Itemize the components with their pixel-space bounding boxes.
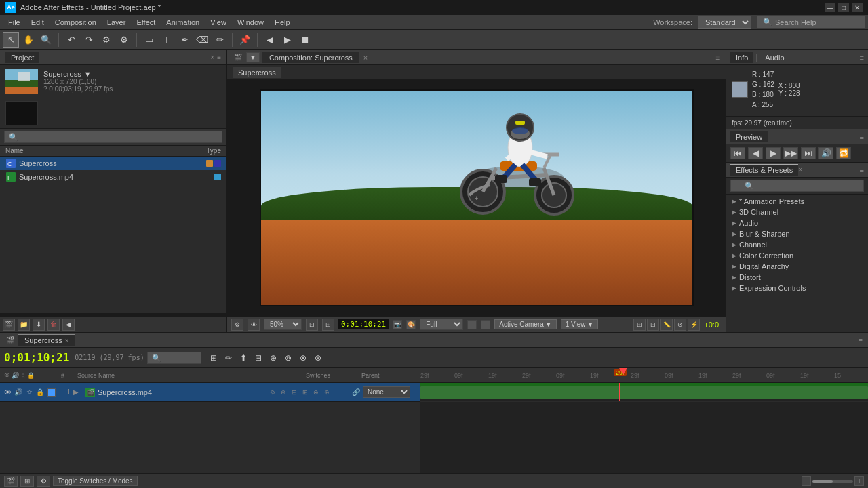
import-button[interactable]: ⬇ xyxy=(33,319,45,331)
effects-category-color[interactable]: ▶ Color Correction xyxy=(726,250,868,261)
comp-viewer-options[interactable]: ▼ xyxy=(246,52,260,62)
effects-panel-menu[interactable]: ≡ xyxy=(860,166,864,174)
loop-btn[interactable]: ▶ xyxy=(279,32,296,48)
resolution-select[interactable]: Full Half Quarter xyxy=(420,319,463,330)
draft-3d-btn[interactable] xyxy=(467,320,477,329)
rulers-btn[interactable]: 📏 xyxy=(660,319,673,331)
effects-category-distort[interactable]: ▶ Distort xyxy=(726,272,868,283)
motion-blur-switch[interactable]: ⊚ xyxy=(268,388,277,397)
project-tab[interactable]: Project xyxy=(5,52,39,63)
comp-tab[interactable]: Composition: Supercross xyxy=(262,52,359,63)
comp-tab-close[interactable]: × xyxy=(363,54,372,62)
menu-edit[interactable]: Edit xyxy=(26,17,50,28)
effects-category-animation[interactable]: ▶ * Animation Presets xyxy=(726,196,868,207)
delete-button[interactable]: 🗑 xyxy=(47,319,60,331)
effects-category-digital[interactable]: ▶ Digital Anarchy xyxy=(726,261,868,272)
frame-blend-switch[interactable]: ⊟ xyxy=(290,388,299,397)
preview-tab[interactable]: Preview xyxy=(730,131,768,142)
new-comp-button[interactable]: 🎬 xyxy=(3,319,15,331)
grid-btn[interactable]: ⊟ xyxy=(647,319,659,331)
redo-btn[interactable]: ↷ xyxy=(81,32,97,48)
parent-select[interactable]: None xyxy=(363,386,410,398)
select-tool[interactable]: ↖ xyxy=(3,32,19,48)
effects-switch[interactable]: ⊕ xyxy=(279,388,288,397)
timeline-tab-close[interactable]: × xyxy=(65,337,69,344)
zoom-out-btn[interactable]: − xyxy=(802,476,811,486)
layer-track-bar[interactable] xyxy=(420,386,868,399)
effects-tab[interactable]: Effects & Presets xyxy=(730,164,798,176)
timeline-panel-menu[interactable]: ≡ xyxy=(859,336,863,344)
effects-category-3d[interactable]: ▶ 3D Channel xyxy=(726,207,868,218)
play-btn[interactable]: ▶ xyxy=(766,147,781,159)
live-update-btn[interactable]: ⚡ xyxy=(688,319,700,331)
comp-breadcrumb-tab[interactable]: Supercross xyxy=(233,67,281,78)
puppet-pin[interactable]: 📌 xyxy=(237,32,253,48)
first-frame-btn[interactable]: ⏮ xyxy=(730,147,745,159)
comp-panel-menu[interactable]: ≡ xyxy=(715,53,720,62)
menu-composition[interactable]: Composition xyxy=(50,17,102,28)
view-layout-select[interactable]: 1 View ▼ xyxy=(561,319,599,329)
fit-comp-btn[interactable]: ⊡ xyxy=(306,319,318,331)
menu-help[interactable]: Help xyxy=(269,17,296,28)
rect-tool[interactable]: ▭ xyxy=(141,32,157,48)
active-camera-select[interactable]: Active Camera ▼ xyxy=(494,319,556,329)
play-audio-btn[interactable]: ◀ xyxy=(262,32,278,48)
tl-frames-btn[interactable]: ⊟ xyxy=(252,351,265,365)
tl-new-layer-btn[interactable]: ⊞ xyxy=(207,351,220,365)
loop-toggle-btn[interactable]: 🔁 xyxy=(836,147,851,159)
menu-effect[interactable]: Effect xyxy=(131,17,161,28)
project-search-input[interactable] xyxy=(4,131,222,143)
hand-tool[interactable]: ✋ xyxy=(20,32,37,48)
menu-view[interactable]: View xyxy=(205,17,232,28)
info-tab[interactable]: Info xyxy=(730,52,753,63)
timeline-layer-row[interactable]: 👁 🔊 ☆ 🔒 1 ▶ 🎬 Supercross.mp4 ⊚ ⊕ ⊟ ⊞ xyxy=(0,383,420,402)
camera-icon-btn[interactable]: 📷 xyxy=(393,320,402,329)
text-tool[interactable]: T xyxy=(159,32,175,48)
toggle-switches-modes[interactable]: Toggle Switches / Modes xyxy=(53,476,138,486)
effects-category-blur[interactable]: ▶ Blur & Sharpen xyxy=(726,228,868,239)
zoom-tool[interactable]: 🔍 xyxy=(38,32,54,48)
layer-solo-toggle[interactable]: ☆ xyxy=(24,388,34,397)
prev-frame-btn[interactable]: ◀ xyxy=(748,147,763,159)
paint-tool[interactable]: ✏ xyxy=(212,32,228,48)
workspace-select[interactable]: Standard xyxy=(698,16,751,29)
trans-grid-btn[interactable] xyxy=(481,320,490,329)
new-solid[interactable]: ⊞ xyxy=(20,476,34,487)
time-remap-switch[interactable]: ⊞ xyxy=(300,388,310,397)
zoom-select[interactable]: 50% 100% xyxy=(264,319,302,330)
comp-view-btn[interactable]: 👁 xyxy=(248,319,260,331)
close-button[interactable]: ✕ xyxy=(852,3,863,12)
parent-link-icon[interactable]: 🔗 xyxy=(352,388,360,396)
comp-timecode[interactable]: 0;01;10;21 xyxy=(338,319,389,329)
layer-color-box[interactable] xyxy=(47,388,56,396)
safe-zones-btn[interactable]: ⊞ xyxy=(633,319,646,331)
pen-tool[interactable]: ✒ xyxy=(176,32,193,48)
project-panel-close[interactable]: × xyxy=(210,54,214,61)
render-settings[interactable]: ⚙ xyxy=(37,476,50,487)
undo-btn[interactable]: ↶ xyxy=(63,32,79,48)
project-settings-btn[interactable]: ⚙ xyxy=(116,32,132,48)
next-frame-btn[interactable]: ▶▶ xyxy=(783,147,798,159)
timeline-search-input[interactable] xyxy=(147,352,201,364)
last-frame-btn[interactable]: ⏭ xyxy=(801,147,816,159)
list-item[interactable]: F Supercross.mp4 xyxy=(0,170,226,184)
zoom-slider[interactable] xyxy=(812,480,853,483)
color-picker-btn[interactable]: 🎨 xyxy=(406,320,416,329)
tl-edit-btn[interactable]: ✏ xyxy=(222,351,235,365)
layer-eye-toggle[interactable]: 👁 xyxy=(3,388,12,397)
menu-layer[interactable]: Layer xyxy=(102,17,132,28)
effects-category-channel[interactable]: ▶ Channel xyxy=(726,239,868,250)
tl-expressions-btn[interactable]: ⊕ xyxy=(267,351,280,365)
layer-audio-toggle[interactable]: 🔊 xyxy=(14,388,23,397)
new-folder-button[interactable]: 📁 xyxy=(18,319,30,331)
effects-category-audio[interactable]: ▶ Audio xyxy=(726,218,868,228)
maximize-button[interactable]: □ xyxy=(838,3,849,12)
guides-btn[interactable]: ⊘ xyxy=(674,319,686,331)
audio-toggle-btn[interactable]: 🔊 xyxy=(818,147,833,159)
tl-effects-btn[interactable]: ⊗ xyxy=(296,351,310,365)
adjustment-switch[interactable]: ⊛ xyxy=(322,388,332,397)
zoom-in-btn[interactable]: + xyxy=(854,476,864,486)
info-panel-menu[interactable]: ≡ xyxy=(860,54,864,62)
tl-motion-blur-btn[interactable]: ⊚ xyxy=(281,351,295,365)
effects-panel-close[interactable]: × xyxy=(798,166,802,174)
